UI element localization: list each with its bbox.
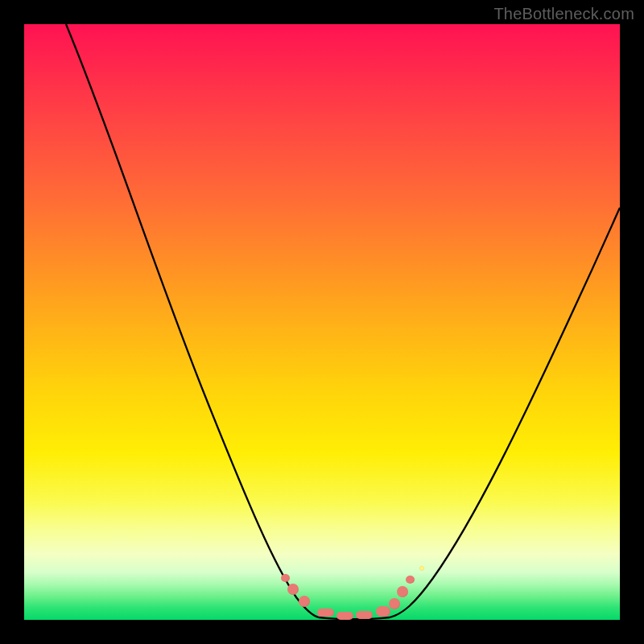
valley-marker [376, 606, 390, 617]
curve-right-arm [390, 208, 620, 617]
valley-marker [397, 586, 408, 597]
valley-marker [356, 611, 373, 619]
curve-valley [319, 617, 390, 619]
valley-marker [336, 612, 353, 620]
chart-container: TheBottleneck.com [0, 0, 644, 644]
curve-left-arm [66, 24, 319, 617]
watermark-text: TheBottleneck.com [493, 5, 634, 23]
valley-marker [281, 574, 290, 582]
valley-marker [406, 576, 415, 584]
valley-marker [299, 596, 310, 607]
spark-icon [419, 566, 424, 571]
plot-area [24, 24, 620, 620]
bottleneck-curve [24, 24, 620, 620]
valley-marker [389, 598, 400, 609]
valley-marker [287, 584, 299, 595]
valley-marker [317, 609, 334, 617]
